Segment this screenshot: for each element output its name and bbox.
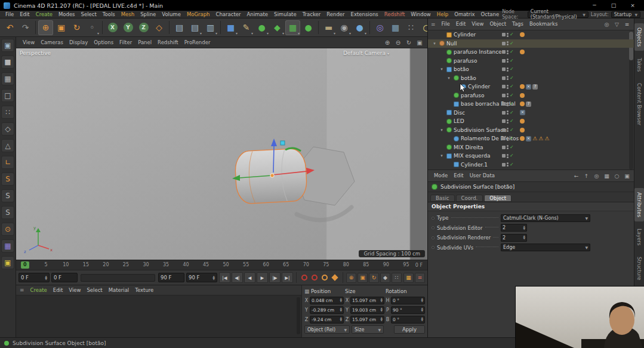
viewport-menu-display[interactable]: Display <box>66 37 91 48</box>
enable-check-icon[interactable]: ✓ <box>510 101 514 106</box>
visibility-toggles[interactable]: ✓ <box>502 153 514 158</box>
object-menu-object[interactable]: Object <box>486 20 509 28</box>
texture-mode-button[interactable]: ▦ <box>1 72 14 85</box>
stepper-arrows-icon[interactable]: ▲▼ <box>381 307 383 312</box>
add-cube-button[interactable]: ■▾ <box>223 20 238 35</box>
timeline-tick-75[interactable]: 75 <box>323 261 329 269</box>
tree-row-led[interactable]: LED✓ <box>428 117 634 126</box>
stepper-arrows-icon[interactable]: ▲▼ <box>212 275 215 280</box>
search-icon[interactable]: ◎ <box>603 20 611 28</box>
visibility-toggles[interactable]: ✓ <box>502 67 514 72</box>
timeline-ruler[interactable]: 05101520253035404550556065707580859095 0… <box>16 260 427 270</box>
powerslider-track[interactable] <box>81 274 155 282</box>
timeline-tick-85[interactable]: 85 <box>363 261 369 269</box>
key-position-button[interactable]: ⊕ <box>346 273 356 283</box>
expander-icon[interactable]: ▾ <box>432 41 437 46</box>
viewport-canvas[interactable]: y x z <box>16 48 427 260</box>
menu-extensions[interactable]: Extensions <box>348 11 381 19</box>
model-mode-button[interactable]: ■ <box>1 56 14 69</box>
up-icon[interactable]: ↑ <box>583 172 590 180</box>
visibility-toggles[interactable]: ✓ <box>502 162 514 167</box>
tab-coord[interactable]: Coord. <box>456 195 483 202</box>
size-y-field[interactable]: 19.003 cm▲▼ <box>350 306 384 314</box>
edge-tab-takes[interactable]: Takes <box>634 54 644 76</box>
object-menu-file[interactable]: File <box>439 20 453 28</box>
floor-button[interactable]: ▬▾ <box>321 20 336 35</box>
z-axis-lock-button[interactable]: Z <box>136 20 151 35</box>
keyframe-dot[interactable] <box>432 236 435 239</box>
viewport-menu-cameras[interactable]: Cameras <box>38 37 66 48</box>
filter-icon[interactable]: ▽ <box>613 20 621 28</box>
subdivision-surface-button[interactable]: ●▾ <box>254 20 269 35</box>
edge-tab-attributes[interactable]: Attributes <box>634 188 644 221</box>
menu-spline[interactable]: Spline <box>137 11 159 19</box>
visibility-dots[interactable] <box>507 119 509 124</box>
stepper-arrows-icon[interactable]: ▲▼ <box>381 317 383 322</box>
maximize-view-icon[interactable]: ▣ <box>415 38 424 47</box>
material-menu-create[interactable]: Create <box>27 287 50 294</box>
modeling-settings-button[interactable]: S <box>1 206 14 219</box>
camera-label[interactable]: Default Camera ▾ <box>343 50 389 56</box>
keyframe-dot[interactable] <box>432 246 435 249</box>
key-rotation-button[interactable]: ↻ <box>369 273 379 283</box>
edge-tab-objects[interactable]: Objects <box>634 23 644 51</box>
enable-check-icon[interactable]: ✓ <box>510 110 514 115</box>
timeline-tick-55[interactable]: 55 <box>243 261 249 269</box>
last-tool-icon[interactable]: ◦▾ <box>85 20 100 35</box>
layer-toggle[interactable] <box>502 50 506 54</box>
expander-icon[interactable]: ▾ <box>439 153 445 158</box>
size-mode-dropdown[interactable]: Size ▼ <box>352 325 384 334</box>
layer-toggle[interactable] <box>502 111 506 115</box>
menu-edit[interactable]: Edit <box>17 11 32 19</box>
pan-view-icon[interactable]: ⊕ <box>383 38 392 47</box>
menu-tools[interactable]: Tools <box>100 11 118 19</box>
tree-row-parafuso[interactable]: parafuso✓ <box>428 57 634 66</box>
timeline-tick-15[interactable]: 15 <box>83 261 89 269</box>
key-parameter-button[interactable]: ◆ <box>380 273 390 283</box>
viewport-menu-filter[interactable]: Filter <box>116 37 135 48</box>
weight-tag-icon[interactable]: × <box>526 136 531 141</box>
visibility-toggles[interactable]: ✓ <box>502 101 514 106</box>
object-menu-bookmarks[interactable]: Bookmarks <box>526 20 561 28</box>
visibility-dots[interactable] <box>507 67 509 72</box>
enable-check-icon[interactable]: ✓ <box>510 145 514 150</box>
material-menu-material[interactable]: Material <box>106 287 133 294</box>
tree-row-cylinder[interactable]: Cylinder✓×? <box>428 82 634 91</box>
current-frame-field[interactable]: 0 F ▲▼ <box>19 273 50 282</box>
pen-tool-button[interactable]: ✎▾ <box>239 20 254 35</box>
timeline-tick-70[interactable]: 70 <box>303 261 309 269</box>
layer-toggle[interactable] <box>502 128 506 132</box>
timeline-tick-30[interactable]: 30 <box>143 261 149 269</box>
object-menu-tags[interactable]: Tags <box>509 20 526 28</box>
visibility-toggles[interactable]: ✓ <box>502 50 514 54</box>
layer-toggle[interactable] <box>502 94 506 97</box>
visibility-toggles[interactable]: ✓ <box>502 76 514 81</box>
y-axis-lock-button[interactable]: Y <box>121 20 135 35</box>
expander-icon[interactable]: ▾ <box>439 67 445 72</box>
perspective-viewport[interactable]: y x z Perspective Default Camera ▾ Grid … <box>16 48 427 260</box>
instance-button[interactable]: ● <box>301 20 316 35</box>
material-menu-select[interactable]: Select <box>84 287 105 294</box>
enable-check-icon[interactable]: ✓ <box>510 162 514 167</box>
visibility-toggles[interactable]: ✓ <box>502 110 514 115</box>
visibility-dots[interactable] <box>507 93 509 97</box>
key-scale-button[interactable]: ▣ <box>358 273 368 283</box>
viewport-name-label[interactable]: Perspective <box>20 50 51 56</box>
attribute-menu-mode[interactable]: Mode <box>431 172 451 180</box>
layout-dropdown[interactable]: Startup ▼ <box>611 11 640 18</box>
stepper-arrows-icon[interactable]: ▲▼ <box>421 307 423 312</box>
key-selection-button[interactable] <box>330 273 340 282</box>
quantize-button[interactable]: S <box>1 189 14 202</box>
weight-tag-icon[interactable]: × <box>520 110 525 115</box>
question-tag-icon[interactable]: ? <box>526 101 531 107</box>
gizmo-center[interactable] <box>270 174 274 177</box>
visibility-dots[interactable] <box>507 50 509 54</box>
enable-check-icon[interactable]: ✓ <box>510 76 514 81</box>
node-space-dropdown[interactable]: Current (Standard/Physical) ▼ <box>528 11 588 18</box>
enable-check-icon[interactable]: ✓ <box>510 67 514 72</box>
enable-check-icon[interactable]: ✓ <box>510 128 514 133</box>
tab-basic[interactable]: Basic <box>430 195 455 202</box>
timeline-tick-25[interactable]: 25 <box>123 261 129 269</box>
attribute-menu-edit[interactable]: Edit <box>451 172 466 180</box>
timeline-tick-5[interactable]: 5 <box>43 261 49 269</box>
